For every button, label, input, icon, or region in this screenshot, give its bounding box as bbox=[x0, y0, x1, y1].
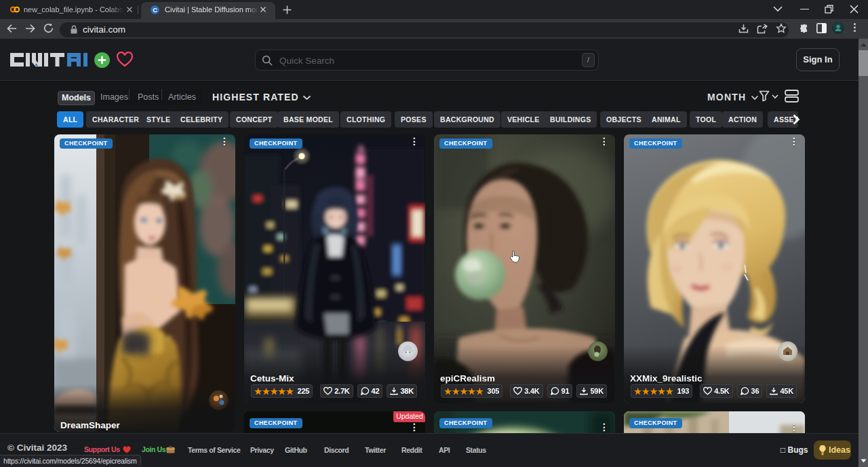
svg-text:C: C bbox=[153, 6, 157, 14]
svg-text:ネオン街: ネオン街 bbox=[355, 145, 367, 186]
